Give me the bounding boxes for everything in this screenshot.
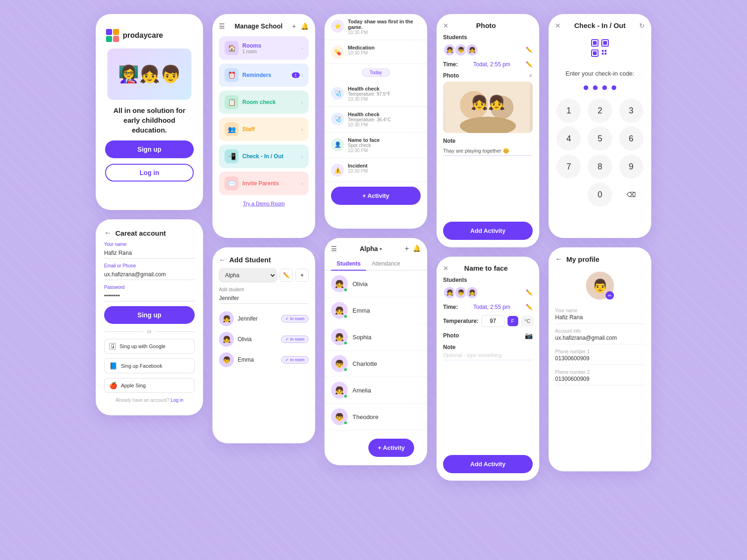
demo-link[interactable]: Try a Demo Room	[219, 201, 309, 206]
profile-edit-badge[interactable]: ✏	[606, 291, 614, 300]
reminders-menu-item[interactable]: ⏰ Reminders 1 ›	[219, 63, 309, 87]
checkin-prompt: Enter your check-in code:	[565, 70, 634, 77]
photo-close-icon[interactable]: ✕	[443, 22, 449, 29]
jennifer-avatar: 👧	[219, 311, 234, 326]
nf-camera-icon[interactable]: 📷	[525, 332, 533, 339]
name-face-close-icon[interactable]: ✕	[443, 265, 449, 272]
nf-temp-input[interactable]	[481, 315, 505, 327]
back-arrow-icon[interactable]: ←	[104, 229, 112, 237]
edit-room-button[interactable]: ✏️	[280, 269, 293, 282]
signup-button[interactable]: Sign up	[105, 140, 194, 158]
google-signup-button[interactable]: 🇬 Sing up with Google	[104, 339, 195, 354]
invite-chevron-icon: ›	[302, 181, 303, 186]
room-select[interactable]: Alpha	[219, 268, 277, 282]
login-button[interactable]: Log in	[105, 164, 194, 182]
roomcheck-menu-item[interactable]: 📋 Room check ›	[219, 91, 309, 114]
nf-time-value: Todat, 2:55 pm	[473, 304, 510, 310]
game-icon: ⭐	[331, 20, 344, 33]
nameface-icon: 👤	[331, 138, 344, 151]
add-room-button[interactable]: +	[296, 269, 309, 282]
plus-icon[interactable]: +	[292, 22, 296, 30]
alpha-student-theodore: 👦 Theodore	[324, 404, 427, 430]
alpha-notification-icon[interactable]: 🔔	[413, 245, 421, 253]
profile-phone2-label: Phone number 2	[555, 370, 645, 375]
staff-menu-item[interactable]: 👥 Staff ›	[219, 118, 309, 141]
num-7-button[interactable]: 7	[557, 154, 581, 179]
health2-sub: Temperature: 36.4°C	[348, 117, 421, 122]
checkin-menu-icon: 📲	[225, 149, 239, 163]
rooms-menu-item[interactable]: 🏠 Rooms 1 room ›	[219, 36, 309, 60]
rooms-icon: 🏠	[225, 41, 239, 55]
health1-title: Health check	[348, 86, 421, 91]
login-link[interactable]: Log in	[171, 398, 183, 403]
tab-students[interactable]: Students	[331, 258, 366, 271]
password-label: Password	[104, 285, 195, 290]
roomcheck-label: Room check	[242, 99, 275, 105]
nf-students-edit-icon[interactable]: ✏️	[526, 289, 533, 296]
name-face-title: Name to face	[464, 264, 507, 272]
alpha-student-list: 👧 Olivia 👧 Emma 👧 Sophia 👦 Charlotte 👧 A…	[324, 271, 427, 430]
photo-time-label: Time:	[443, 61, 458, 68]
name-input[interactable]	[104, 248, 195, 259]
nf-temp-c-button[interactable]: °C	[521, 316, 534, 326]
logo-icon	[105, 28, 120, 43]
num-6-button[interactable]: 6	[619, 126, 643, 151]
refresh-icon[interactable]: ↻	[639, 22, 645, 29]
numpad: 1 2 3 4 5 6 7 8 9 0 ⌫	[555, 98, 645, 207]
num-0-button[interactable]: 0	[588, 182, 612, 207]
svg-rect-2	[106, 36, 112, 42]
add-activity-nf-button[interactable]: Add Activity	[443, 455, 533, 473]
olivia-alpha-avatar: 👧	[331, 275, 348, 292]
apple-signup-button[interactable]: 🍎 Apple Sing	[104, 378, 195, 393]
amelia-alpha-avatar: 👧	[331, 382, 348, 399]
facebook-signup-button[interactable]: 📘 Sing up Facebook	[104, 358, 195, 373]
photo-students-edit-icon[interactable]: ✏️	[526, 47, 533, 53]
add-activity-button[interactable]: + Activity	[331, 187, 421, 205]
student-name-input[interactable]	[219, 293, 309, 304]
alpha-add-icon[interactable]: +	[405, 245, 409, 253]
checkin-menu-item[interactable]: 📲 Check - In / Out ›	[219, 145, 309, 168]
alpha-chevron-icon[interactable]: ▾	[380, 246, 382, 252]
emma-name: Emma	[238, 357, 254, 363]
email-input[interactable]	[104, 269, 195, 280]
staff-icon: 👥	[225, 122, 239, 136]
name-to-face-card: ✕ Name to face Students 👧 👦 👧 ✏️ Time: T…	[437, 257, 539, 481]
num-9-button[interactable]: 9	[619, 154, 643, 179]
nf-temp-f-button[interactable]: F	[507, 316, 518, 326]
num-2-button[interactable]: 2	[588, 98, 612, 123]
num-4-button[interactable]: 4	[557, 126, 581, 151]
nf-time-edit-icon[interactable]: ✏️	[526, 304, 533, 310]
alpha-student-emma: 👧 Emma	[324, 297, 427, 324]
note-input[interactable]	[443, 146, 533, 156]
add-student-back-icon[interactable]: ←	[219, 256, 226, 264]
invite-icon: ✉️	[225, 176, 239, 190]
checkin-close-icon[interactable]: ✕	[555, 22, 561, 29]
menu-icon[interactable]: ☰	[219, 22, 225, 30]
num-3-button[interactable]: 3	[619, 98, 643, 123]
photo-remove-icon[interactable]: ✕	[529, 73, 533, 79]
roomcheck-chevron-icon: ›	[302, 100, 303, 105]
checkin-card: ✕ Check - In / Out ↻ Enter your check-in…	[549, 14, 651, 238]
create-account-card: ← Careat account Your name Email or Phon…	[96, 219, 203, 415]
num-5-button[interactable]: 5	[588, 126, 612, 151]
add-activity-photo-button[interactable]: Add Activity	[443, 222, 533, 240]
password-input[interactable]	[104, 291, 195, 301]
alpha-menu-icon[interactable]: ☰	[331, 245, 337, 252]
photo-time-edit-icon[interactable]: ✏️	[526, 61, 533, 68]
delete-button[interactable]: ⌫	[619, 182, 643, 207]
nameface-title: Name to face	[348, 137, 421, 143]
num-1-button[interactable]: 1	[557, 98, 581, 123]
rooms-label: Rooms	[242, 42, 261, 49]
fab-activity-button[interactable]: + Activity	[368, 439, 414, 457]
tab-attendance[interactable]: Attendance	[366, 258, 406, 271]
svg-rect-12	[603, 41, 607, 45]
account-signup-button[interactable]: Sing up	[104, 306, 195, 324]
game-time: 10:30 PM	[348, 30, 421, 35]
notification-icon[interactable]: 🔔	[301, 22, 309, 30]
splash-illustration: 👩‍🏫👧👦	[107, 49, 191, 100]
invite-menu-item[interactable]: ✉️ Invite Parents ›	[219, 172, 309, 195]
profile-back-icon[interactable]: ←	[555, 255, 563, 263]
reminders-badge: 1	[292, 72, 300, 78]
num-8-button[interactable]: 8	[588, 154, 612, 179]
health2-title: Health check	[348, 112, 421, 117]
